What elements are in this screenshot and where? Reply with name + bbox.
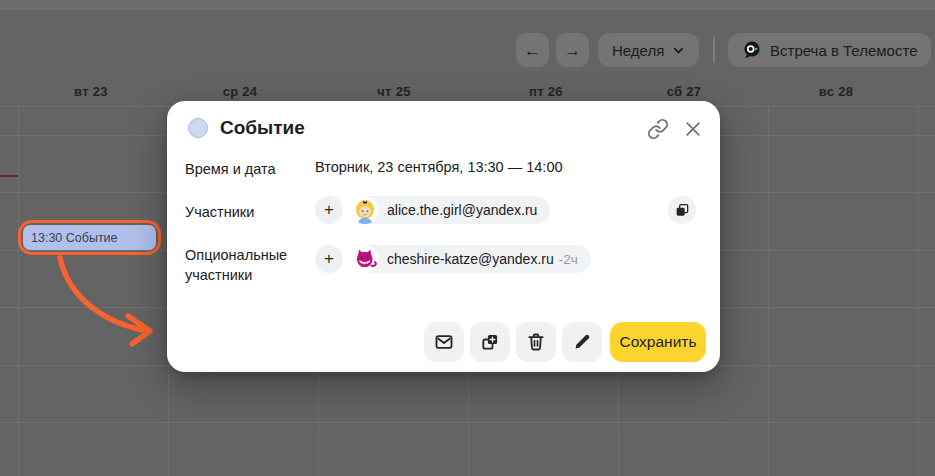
send-mail-button[interactable] bbox=[424, 322, 464, 362]
duplicate-plus-icon bbox=[480, 332, 500, 352]
save-button-label: Сохранить bbox=[619, 333, 696, 351]
close-button[interactable] bbox=[680, 116, 706, 142]
participants-label: Участники bbox=[185, 202, 254, 222]
optional-participant-chip[interactable]: cheshire-katze@yandex.ru -2ч bbox=[351, 245, 591, 273]
current-time-line bbox=[0, 175, 18, 177]
day-header-fri: пт 26 bbox=[529, 84, 563, 99]
plus-icon: + bbox=[324, 200, 334, 220]
day-header-wed: ср 24 bbox=[223, 84, 258, 99]
telemost-meeting-button[interactable]: Встреча в Телемосте bbox=[728, 33, 931, 67]
save-button[interactable]: Сохранить bbox=[610, 322, 706, 362]
modal-title: Событие bbox=[220, 117, 305, 139]
plus-icon: + bbox=[324, 249, 334, 269]
top-strip bbox=[0, 0, 935, 10]
next-week-button[interactable]: → bbox=[556, 33, 589, 67]
timezone-offset-badge: -2ч bbox=[559, 252, 578, 267]
forward-arrow-icon: → bbox=[564, 42, 581, 59]
add-participant-button[interactable]: + bbox=[315, 196, 343, 224]
link-icon bbox=[647, 118, 669, 140]
telemost-label: Встреча в Телемосте bbox=[770, 42, 917, 59]
grid-line bbox=[768, 106, 769, 476]
calendar-event-chip[interactable]: 13:30 Событие bbox=[23, 225, 156, 250]
add-optional-participant-button[interactable]: + bbox=[315, 245, 343, 273]
datetime-label: Время и дата bbox=[185, 159, 276, 179]
optional-participants-label: Опциональные участники bbox=[185, 245, 297, 285]
participant-email: alice.the.girl@yandex.ru bbox=[387, 202, 537, 218]
grid-line bbox=[18, 106, 19, 476]
copy-link-button[interactable] bbox=[645, 116, 671, 142]
delete-event-button[interactable] bbox=[516, 322, 556, 362]
edit-event-button[interactable] bbox=[562, 322, 602, 362]
optional-participant-email: cheshire-katze@yandex.ru bbox=[387, 251, 554, 267]
day-header-sat: сб 27 bbox=[667, 84, 702, 99]
day-header-sun: вс 28 bbox=[819, 84, 853, 99]
copy-participants-button[interactable] bbox=[668, 196, 696, 224]
toolbar-divider bbox=[713, 37, 715, 63]
day-header-tue: вт 23 bbox=[74, 84, 108, 99]
calendar-screen: ← → Неделя Встреча в Телемосте вт 23 ср … bbox=[0, 0, 935, 476]
duplicate-event-button[interactable] bbox=[470, 322, 510, 362]
day-header-thu: чт 25 bbox=[377, 84, 411, 99]
mail-icon bbox=[434, 332, 454, 352]
back-arrow-icon: ← bbox=[524, 42, 541, 59]
chevron-down-icon bbox=[672, 44, 685, 57]
event-details-modal: Событие Время и дата Вторник, 23 сентябр… bbox=[167, 101, 720, 372]
trash-icon bbox=[526, 332, 546, 352]
copy-layers-icon bbox=[674, 202, 690, 218]
alice-avatar bbox=[351, 196, 379, 224]
close-icon bbox=[683, 119, 703, 139]
telemost-icon bbox=[742, 40, 762, 60]
prev-week-button[interactable]: ← bbox=[516, 33, 549, 67]
pencil-icon bbox=[572, 332, 592, 352]
view-selector-label: Неделя bbox=[612, 42, 664, 59]
participant-chip[interactable]: alice.the.girl@yandex.ru bbox=[351, 196, 550, 224]
grid-line bbox=[918, 106, 919, 476]
view-selector-dropdown[interactable]: Неделя bbox=[598, 33, 699, 67]
event-color-dot bbox=[188, 118, 208, 138]
datetime-value: Вторник, 23 сентября, 13:30 — 14:00 bbox=[315, 159, 563, 175]
cheshire-cat-avatar bbox=[351, 245, 379, 273]
